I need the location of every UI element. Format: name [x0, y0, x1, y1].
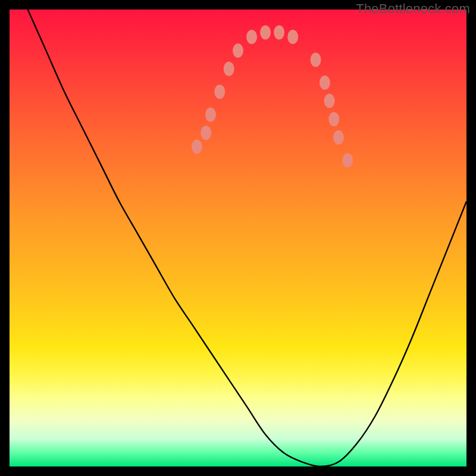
marker-dot — [192, 139, 202, 154]
marker-layer — [10, 10, 466, 466]
marker-dot — [274, 25, 284, 39]
marker-dot — [342, 153, 353, 167]
watermark: TheBottleneck.com — [356, 1, 470, 17]
plot-area — [10, 10, 466, 466]
marker-dot — [328, 112, 339, 126]
chart-stage: TheBottleneck.com — [0, 0, 476, 476]
marker-dot — [287, 30, 298, 44]
marker-dot — [260, 25, 271, 39]
marker-dot — [311, 52, 321, 67]
marker-dot — [233, 43, 243, 58]
marker-dot — [214, 84, 225, 99]
marker-dot — [333, 130, 344, 145]
marker-dot — [205, 108, 216, 122]
marker-dot — [246, 30, 257, 44]
marker-dot — [201, 126, 211, 140]
marker-dot — [224, 62, 234, 76]
marker-dot — [320, 76, 330, 90]
marker-dot — [324, 94, 335, 108]
